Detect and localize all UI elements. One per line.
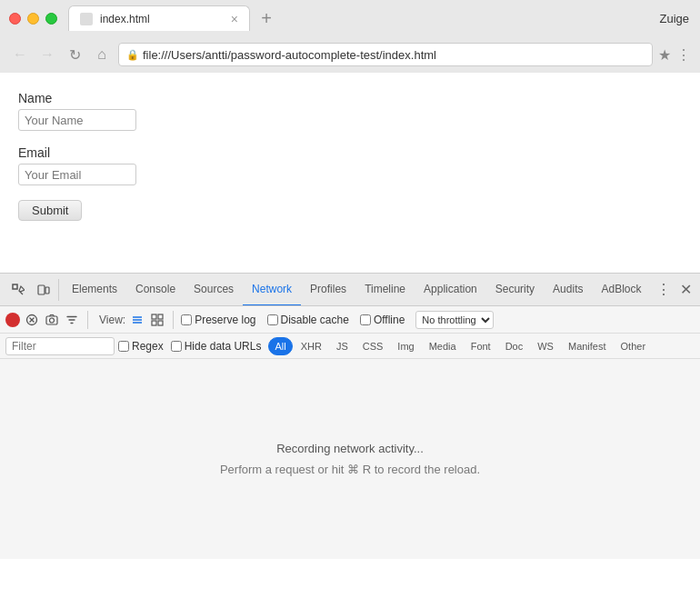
filter-all-button[interactable]: All <box>268 337 292 355</box>
filter-manifest-button[interactable]: Manifest <box>562 337 613 355</box>
toolbar-separator-2 <box>173 311 174 329</box>
email-input[interactable] <box>18 164 136 185</box>
filter-xhr-button[interactable]: XHR <box>295 337 328 355</box>
devtools-close-button[interactable]: ✕ <box>675 279 696 301</box>
name-input[interactable] <box>18 109 136 131</box>
submit-button[interactable]: Submit <box>18 200 82 221</box>
tab-favicon <box>80 13 93 25</box>
email-field-group: Email <box>18 145 682 185</box>
tab-sources[interactable]: Sources <box>185 274 243 306</box>
filter-css-button[interactable]: CSS <box>356 337 390 355</box>
menu-button[interactable]: ⋮ <box>676 46 691 64</box>
record-button[interactable] <box>5 313 20 327</box>
tab-security[interactable]: Security <box>486 274 544 306</box>
hide-data-urls-checkbox[interactable] <box>171 341 182 352</box>
minimize-window-button[interactable] <box>27 13 39 25</box>
filter-type-buttons: All XHR JS CSS Img Media Font Doc WS Man… <box>268 337 652 355</box>
profile-name: Zuige <box>659 12 689 25</box>
view-grid-button[interactable] <box>149 312 165 328</box>
regex-label: Regex <box>132 340 164 353</box>
filter-input[interactable] <box>5 337 115 355</box>
url-text: file:///Users/antti/password-autocomplet… <box>143 48 436 62</box>
filter-img-button[interactable]: Img <box>391 337 420 355</box>
tab-elements[interactable]: Elements <box>63 274 126 306</box>
offline-checkbox[interactable] <box>360 314 371 325</box>
device-toolbar-button[interactable] <box>33 279 55 301</box>
svg-rect-2 <box>45 287 49 294</box>
lock-icon: 🔒 <box>126 49 139 61</box>
filter-font-button[interactable]: Font <box>465 337 497 355</box>
name-label: Name <box>18 91 682 105</box>
filter-ws-button[interactable]: WS <box>531 337 560 355</box>
screenshot-button[interactable] <box>44 312 60 328</box>
devtools-more-button[interactable]: ⋮ <box>653 279 675 301</box>
svg-rect-4 <box>46 316 57 324</box>
tab-audits[interactable]: Audits <box>544 274 592 306</box>
tab-adblock[interactable]: AdBlock <box>592 274 650 306</box>
filter-js-button[interactable]: JS <box>330 337 355 355</box>
recording-status: Recording network activity... <box>276 442 424 455</box>
filter-other-button[interactable]: Other <box>615 337 653 355</box>
tab-console[interactable]: Console <box>126 274 185 306</box>
tab-application[interactable]: Application <box>415 274 486 306</box>
filter-media-button[interactable]: Media <box>423 337 463 355</box>
hide-data-urls-group[interactable]: Hide data URLs <box>171 340 262 353</box>
reload-button[interactable]: ↻ <box>64 44 85 65</box>
bookmark-button[interactable]: ★ <box>658 46 671 64</box>
svg-rect-7 <box>158 314 163 319</box>
clear-button[interactable] <box>24 312 40 328</box>
toolbar-separator <box>87 311 88 329</box>
disable-cache-checkbox[interactable] <box>267 314 278 325</box>
svg-point-5 <box>50 318 55 323</box>
hide-data-urls-label: Hide data URLs <box>185 340 262 353</box>
disable-cache-group[interactable]: Disable cache <box>267 314 349 326</box>
inspect-element-button[interactable] <box>7 279 29 301</box>
disable-cache-label: Disable cache <box>281 314 349 326</box>
close-window-button[interactable] <box>9 13 21 25</box>
tab-profiles[interactable]: Profiles <box>301 274 355 306</box>
view-label: View: <box>99 314 125 326</box>
recording-hint: Perform a request or hit ⌘ R to record t… <box>220 463 480 476</box>
throttle-select[interactable]: No throttling <box>415 311 494 329</box>
offline-label: Offline <box>374 314 405 326</box>
home-button[interactable]: ⌂ <box>91 44 113 65</box>
preserve-log-checkbox[interactable] <box>181 314 192 325</box>
preserve-log-label: Preserve log <box>195 314 255 326</box>
tab-network[interactable]: Network <box>243 274 301 306</box>
svg-rect-0 <box>13 284 17 289</box>
svg-rect-8 <box>152 321 156 325</box>
back-button[interactable]: ← <box>9 44 31 65</box>
tab-title: index.html <box>100 13 224 25</box>
filter-doc-button[interactable]: Doc <box>499 337 530 355</box>
svg-rect-1 <box>38 285 45 294</box>
regex-group[interactable]: Regex <box>118 340 164 353</box>
new-tab-button[interactable]: + <box>254 5 279 31</box>
preserve-log-group[interactable]: Preserve log <box>181 314 255 326</box>
offline-group[interactable]: Offline <box>360 314 405 326</box>
view-list-button[interactable] <box>129 312 145 328</box>
address-bar[interactable]: 🔒 file:///Users/antti/password-autocompl… <box>118 43 653 66</box>
fullscreen-window-button[interactable] <box>45 13 57 25</box>
name-field-group: Name <box>18 91 682 131</box>
tab-timeline[interactable]: Timeline <box>355 274 415 306</box>
regex-checkbox[interactable] <box>118 341 129 352</box>
svg-rect-6 <box>152 314 156 319</box>
svg-rect-9 <box>158 321 163 325</box>
tab-close-button[interactable]: × <box>231 12 238 26</box>
filter-button[interactable] <box>64 312 80 328</box>
forward-button[interactable]: → <box>36 44 58 65</box>
network-content-area: Recording network activity... Perform a … <box>0 359 700 559</box>
email-label: Email <box>18 145 682 160</box>
